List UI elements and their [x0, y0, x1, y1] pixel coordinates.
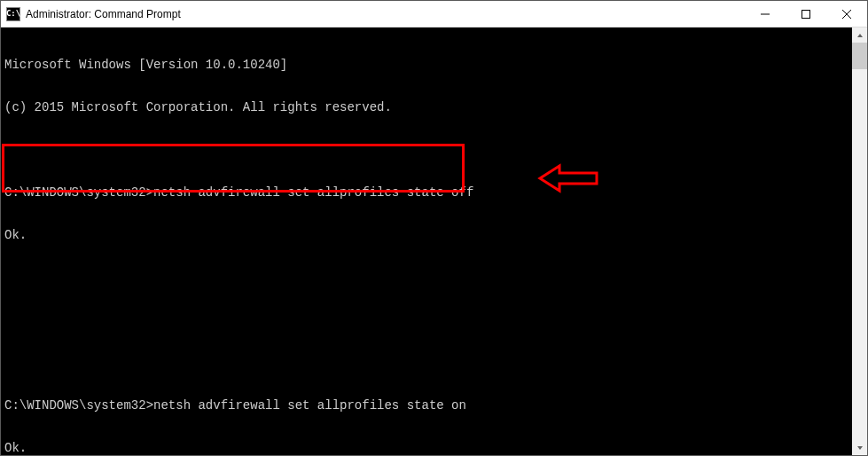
terminal-line: Ok.	[4, 441, 852, 455]
minimize-button[interactable]	[745, 1, 786, 27]
terminal-line	[4, 271, 852, 285]
annotation-arrow-icon	[477, 148, 600, 212]
titlebar-left: C:\ Administrator: Command Prompt	[6, 7, 181, 21]
terminal-line	[4, 143, 852, 157]
scrollbar-down-button[interactable]	[852, 440, 867, 455]
terminal-output[interactable]: Microsoft Windows [Version 10.0.10240] (…	[1, 28, 852, 455]
maximize-button[interactable]	[786, 1, 826, 27]
titlebar[interactable]: C:\ Administrator: Command Prompt	[1, 1, 867, 28]
cmd-window: C:\ Administrator: Command Prompt Micros…	[0, 0, 868, 456]
terminal-line	[4, 356, 852, 370]
cmd-icon: C:\	[6, 7, 20, 21]
terminal-line: C:\WINDOWS\system32>netsh advfirewall se…	[4, 185, 852, 200]
client-area: Microsoft Windows [Version 10.0.10240] (…	[1, 28, 867, 455]
terminal-line: C:\WINDOWS\system32>netsh advfirewall se…	[4, 398, 852, 413]
scrollbar-track[interactable]	[852, 43, 867, 440]
scrollbar-vertical[interactable]	[852, 28, 867, 455]
terminal-line	[4, 313, 852, 327]
terminal-line: Ok.	[4, 228, 852, 242]
close-button[interactable]	[826, 1, 867, 27]
window-controls	[745, 1, 867, 27]
scrollbar-up-button[interactable]	[852, 28, 867, 43]
scrollbar-thumb[interactable]	[852, 43, 867, 69]
svg-rect-1	[802, 10, 810, 18]
terminal-line: Microsoft Windows [Version 10.0.10240]	[4, 58, 852, 72]
terminal-line: (c) 2015 Microsoft Corporation. All righ…	[4, 100, 852, 114]
window-title: Administrator: Command Prompt	[26, 8, 181, 20]
